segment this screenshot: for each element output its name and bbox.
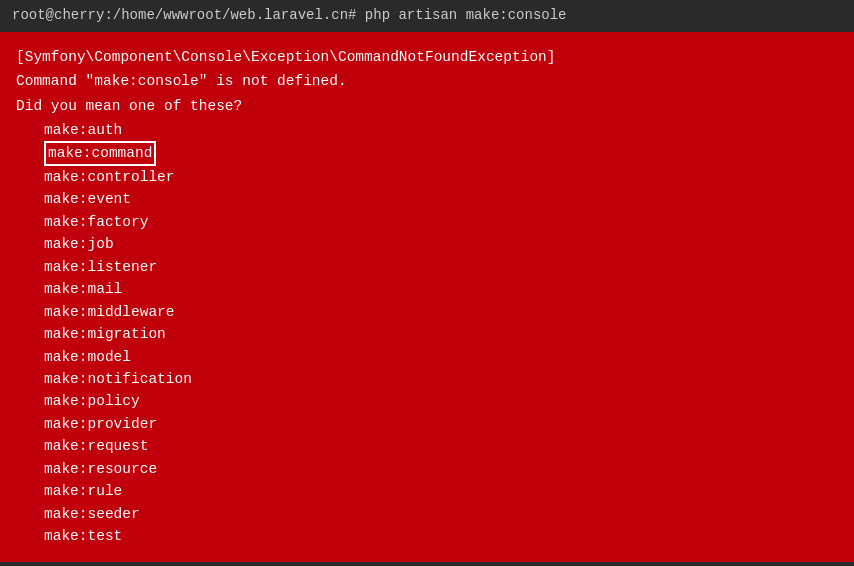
exception-line1: [Symfony\Component\Console\Exception\Com… (16, 46, 838, 68)
terminal: root@cherry:/home/wwwroot/web.laravel.cn… (0, 0, 854, 566)
list-item: make:factory (16, 211, 838, 233)
list-item: make:seeder (16, 503, 838, 525)
commands-list: make:authmake:commandmake:controllermake… (16, 119, 838, 548)
list-item: make:middleware (16, 301, 838, 323)
command-text: make:model (44, 349, 131, 365)
command-text: make:test (44, 528, 122, 544)
list-item: make:mail (16, 278, 838, 300)
command-text: make:auth (44, 122, 122, 138)
list-item: make:rule (16, 480, 838, 502)
highlighted-command: make:command (44, 141, 156, 165)
list-item: make:model (16, 346, 838, 368)
list-item: make:event (16, 188, 838, 210)
list-item: make:auth (16, 119, 838, 141)
list-item: make:policy (16, 390, 838, 412)
list-item: make:test (16, 525, 838, 547)
command-text: make:provider (44, 416, 157, 432)
command-text: make:middleware (44, 304, 175, 320)
command-text: make:migration (44, 326, 166, 342)
command-text: make:factory (44, 214, 148, 230)
bottom-bar: root@cherry:/home/wwwroot/web.laravel.cn… (0, 562, 854, 566)
main-content: [Symfony\Component\Console\Exception\Com… (0, 32, 854, 562)
command-text: make:controller (44, 169, 175, 185)
command-text: make:seeder (44, 506, 140, 522)
command-text: make:request (44, 438, 148, 454)
top-command-text: root@cherry:/home/wwwroot/web.laravel.cn… (12, 7, 567, 23)
list-item: make:notification (16, 368, 838, 390)
command-text: make:rule (44, 483, 122, 499)
top-bar: root@cherry:/home/wwwroot/web.laravel.cn… (0, 0, 854, 32)
list-item: make:controller (16, 166, 838, 188)
list-item: make:listener (16, 256, 838, 278)
command-text: make:mail (44, 281, 122, 297)
list-item: make:migration (16, 323, 838, 345)
command-text: make:listener (44, 259, 157, 275)
exception-line2: Command "make:console" is not defined. (16, 70, 838, 92)
command-text: make:job (44, 236, 114, 252)
list-item: make:resource (16, 458, 838, 480)
list-item: make:provider (16, 413, 838, 435)
list-item: make:command (16, 141, 838, 165)
command-text: make:notification (44, 371, 192, 387)
list-item: make:request (16, 435, 838, 457)
command-text: make:resource (44, 461, 157, 477)
list-item: make:job (16, 233, 838, 255)
exception-line3: Did you mean one of these? (16, 95, 838, 117)
command-text: make:policy (44, 393, 140, 409)
command-text: make:event (44, 191, 131, 207)
